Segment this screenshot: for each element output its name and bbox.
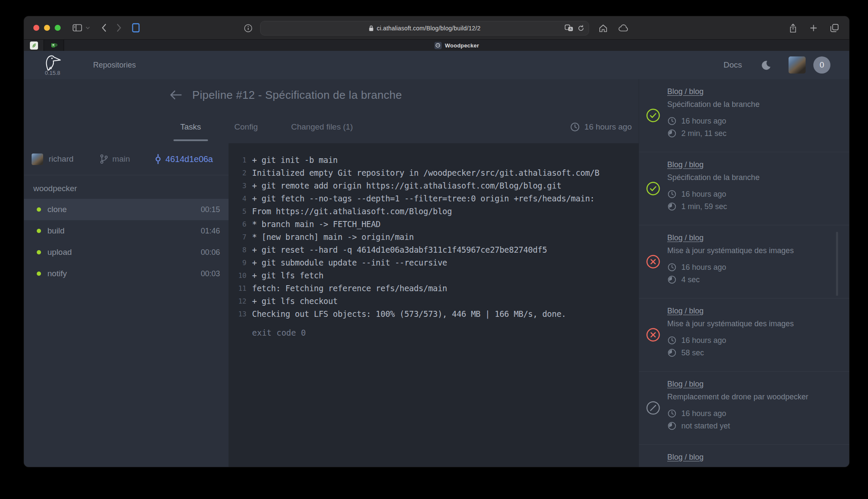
log-line-text: Initialized empty Git repository in /woo… — [252, 168, 599, 177]
nav-repositories[interactable]: Repositories — [93, 61, 136, 70]
build-list-item[interactable]: Blog / blog Spécification de la branche — [639, 152, 849, 225]
commit-message: Remplacement de drone par woodpecker — [667, 466, 849, 467]
build-list-item[interactable]: Blog / blog Mise à jour systématique des… — [639, 225, 849, 298]
tab-bar: Woodpecker — [24, 40, 849, 51]
address-bar[interactable]: ci.athaliasoft.com/Blog/blog/build/12/2 … — [260, 21, 589, 35]
step-name: notify — [47, 269, 67, 278]
tab-title: Woodpecker — [445, 42, 479, 49]
log-lines: 1 + git init -b main 2 Initialized empty… — [229, 154, 639, 320]
repo-link[interactable]: Blog / blog — [667, 307, 704, 316]
back-button-icon[interactable] — [101, 24, 106, 32]
step-duration: 00:06 — [201, 248, 220, 257]
home-icon[interactable] — [598, 24, 608, 32]
step-status-dot — [37, 250, 41, 254]
theme-toggle-moon-icon[interactable] — [761, 60, 771, 71]
build-duration: 2 min, 11 sec — [681, 129, 727, 138]
reader-page-icon[interactable] — [132, 23, 140, 32]
close-window-button[interactable] — [33, 25, 39, 31]
build-list-item[interactable]: Blog / blog Remplacement de drone par wo… — [639, 372, 849, 445]
repo-link[interactable]: Blog / blog — [667, 380, 704, 389]
log-line-text: + git lfs fetch — [252, 271, 323, 280]
pinned-tab-leaf[interactable] — [24, 40, 44, 51]
pipeline-main: Pipeline #12 - Spécification de la branc… — [24, 79, 639, 467]
log-line-text: * [new branch] main -> origin/main — [252, 232, 414, 242]
log-line-text: + git reset --hard -q 4614d1e06a3dabf311… — [252, 245, 547, 254]
log-line: 2 Initialized empty Git repository in /w… — [229, 166, 639, 179]
build-time: 16 hours ago — [681, 117, 726, 126]
icloud-tabs-icon[interactable] — [618, 24, 629, 32]
tab-overview-icon[interactable] — [830, 24, 839, 32]
log-line: 6 * branch main -> FETCH_HEAD — [229, 218, 639, 230]
commit-message: Spécification de la branche — [667, 100, 849, 109]
repo-link[interactable]: Blog / blog — [667, 453, 704, 462]
step-item[interactable]: build 01:46 — [24, 220, 229, 242]
log-line-number: 9 — [229, 259, 246, 267]
share-icon[interactable] — [789, 23, 797, 33]
translate-icon[interactable]: A — [565, 24, 573, 32]
build-list-item[interactable]: Blog / blog Remplacement de drone par wo… — [639, 445, 849, 467]
browser-window: ci.athaliasoft.com/Blog/blog/build/12/2 … — [24, 16, 849, 467]
woodpecker-favicon-icon — [434, 42, 442, 49]
step-item[interactable]: notify 00:03 — [24, 263, 229, 284]
build-time: 16 hours ago — [681, 263, 726, 272]
commit-link[interactable]: 4614d1e06a — [154, 154, 213, 165]
log-line-text: fetch: Fetching reference refs/heads/mai… — [252, 283, 447, 293]
git-commit-icon — [154, 154, 162, 165]
info-icon[interactable] — [244, 24, 252, 32]
build-list-item[interactable]: Blog / blog Mise à jour systématique des… — [639, 298, 849, 372]
minimize-window-button[interactable] — [44, 25, 50, 31]
leaf-favicon-icon — [30, 41, 38, 50]
step-status-dot — [37, 207, 41, 212]
sidebar-toggle-icon[interactable] — [73, 24, 82, 32]
notification-badge[interactable]: 0 — [813, 56, 830, 74]
active-tab[interactable]: Woodpecker — [64, 40, 849, 51]
chevron-down-icon[interactable] — [85, 26, 90, 30]
log-line-number: 11 — [229, 284, 246, 292]
log-panel[interactable]: 1 + git init -b main 2 Initialized empty… — [229, 143, 639, 467]
build-list-item[interactable]: Blog / blog Spécification de la branche — [639, 79, 849, 152]
back-arrow-icon[interactable] — [169, 89, 182, 100]
pipeline-finished: 16 hours ago — [570, 122, 632, 132]
log-line-number: 2 — [229, 169, 246, 177]
repo-link[interactable]: Blog / blog — [667, 233, 704, 242]
repo-link[interactable]: Blog / blog — [667, 87, 704, 96]
docs-link[interactable]: Docs — [724, 60, 742, 70]
pipeline-header: Pipeline #12 - Spécification de la branc… — [24, 79, 639, 143]
log-line-number: 10 — [229, 272, 246, 280]
log-line: 11 fetch: Fetching reference refs/heads/… — [229, 282, 639, 295]
log-line: 13 Checking out LFS objects: 100% (573/5… — [229, 307, 639, 320]
log-line: 1 + git init -b main — [229, 154, 639, 166]
step-name: build — [47, 226, 65, 236]
user-avatar[interactable] — [789, 56, 806, 74]
scrollbar-thumb[interactable] — [836, 232, 838, 296]
log-line-number: 12 — [229, 297, 246, 305]
log-line: 5 From https://git.athaliasoft.com/Blog/… — [229, 205, 639, 218]
log-line: 10 + git lfs fetch — [229, 269, 639, 282]
zoom-window-button[interactable] — [55, 25, 61, 31]
step-name: clone — [47, 205, 67, 214]
commit-message: Remplacement de drone par woodpecker — [667, 393, 849, 402]
reload-icon[interactable] — [578, 25, 584, 32]
pipeline-tab[interactable]: Config — [230, 111, 262, 143]
step-status-dot — [37, 229, 41, 233]
build-duration: 58 sec — [681, 348, 704, 357]
new-tab-icon[interactable] — [810, 24, 817, 32]
step-item[interactable]: upload 00:06 — [24, 242, 229, 263]
clock-icon — [667, 409, 677, 418]
log-line-number: 6 — [229, 220, 246, 228]
log-line-text: + git remote add origin https://git.atha… — [252, 181, 561, 190]
woodpecker-logo[interactable]: 0.15.8 — [43, 54, 62, 76]
build-duration: 4 sec — [681, 275, 700, 284]
forward-button-icon[interactable] — [117, 24, 122, 32]
log-line: 3 + git remote add origin https://git.at… — [229, 179, 639, 192]
log-line: 9 + git submodule update --init --recurs… — [229, 256, 639, 269]
pipeline-tab[interactable]: Changed files (1) — [287, 111, 358, 143]
log-line-text: Checking out LFS objects: 100% (573/573)… — [252, 309, 566, 319]
repo-link[interactable]: Blog / blog — [667, 160, 704, 169]
clock-icon — [667, 116, 677, 126]
pipeline-tab[interactable]: Tasks — [176, 111, 205, 143]
clock-icon — [667, 263, 677, 272]
pinned-tab-cup[interactable] — [44, 40, 64, 51]
step-item[interactable]: clone 00:15 — [24, 199, 229, 220]
step-duration: 01:46 — [201, 227, 220, 236]
